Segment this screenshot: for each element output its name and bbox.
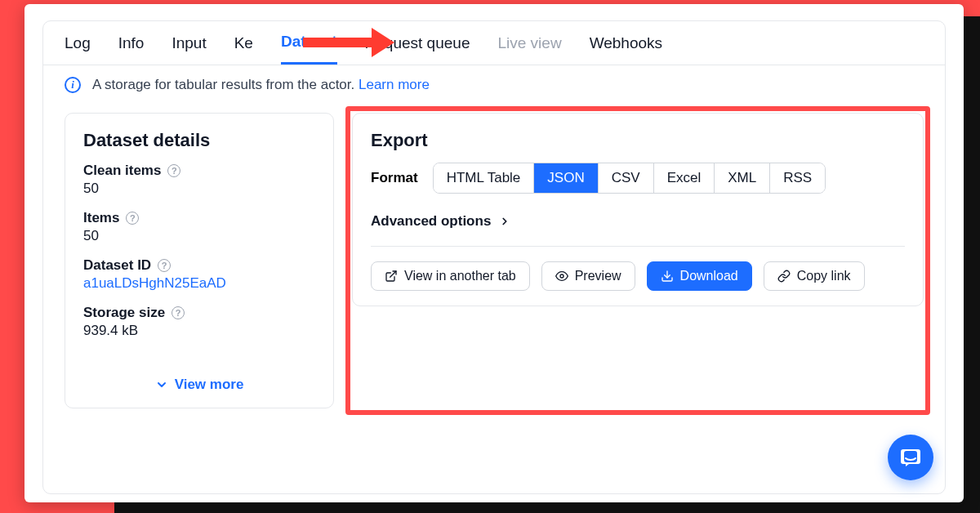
tab-dataset[interactable]: Dataset xyxy=(281,33,337,65)
dataset-details-title: Dataset details xyxy=(83,130,315,151)
format-excel[interactable]: Excel xyxy=(654,163,715,193)
run-tabs: Log Info Input Ke Dataset Request queue … xyxy=(43,21,945,65)
advanced-options-label: Advanced options xyxy=(371,213,491,230)
info-icon: i xyxy=(65,77,81,93)
view-in-another-tab-label: View in another tab xyxy=(404,269,516,283)
download-button[interactable]: Download xyxy=(647,261,752,291)
download-icon xyxy=(661,270,674,283)
dataset-details-card: Dataset details Clean items ? 50 Items ?… xyxy=(65,113,334,408)
help-icon[interactable]: ? xyxy=(158,259,171,272)
view-more-label: View more xyxy=(175,377,244,393)
chat-icon xyxy=(899,446,922,469)
tab-key-value-store[interactable]: Ke xyxy=(234,34,253,64)
storage-size-label: Storage size xyxy=(83,305,165,321)
chevron-right-icon xyxy=(499,216,510,227)
tab-webhooks[interactable]: Webhooks xyxy=(590,34,662,64)
advanced-options-toggle[interactable]: Advanced options xyxy=(371,213,905,247)
copy-link-label: Copy link xyxy=(797,269,851,283)
format-label: Format xyxy=(371,170,418,186)
learn-more-link[interactable]: Learn more xyxy=(359,77,430,92)
chevron-down-icon xyxy=(155,378,168,391)
items-label: Items xyxy=(83,210,119,226)
external-link-icon xyxy=(385,270,398,283)
help-icon[interactable]: ? xyxy=(172,306,185,319)
format-rss[interactable]: RSS xyxy=(770,163,825,193)
format-csv[interactable]: CSV xyxy=(599,163,654,193)
format-html-table[interactable]: HTML Table xyxy=(434,163,535,193)
export-card: Export Format HTML Table JSON CSV Excel … xyxy=(352,113,924,306)
format-segmented-control: HTML Table JSON CSV Excel XML RSS xyxy=(433,163,826,194)
tab-input[interactable]: Input xyxy=(172,34,206,64)
dataset-info-bar: i A storage for tabular results from the… xyxy=(43,65,945,105)
tab-log[interactable]: Log xyxy=(65,34,91,64)
storage-size-value: 939.4 kB xyxy=(83,323,315,339)
items-value: 50 xyxy=(83,228,315,244)
view-more-button[interactable]: View more xyxy=(83,377,315,393)
format-json[interactable]: JSON xyxy=(534,163,598,193)
intercom-chat-button[interactable] xyxy=(888,435,933,480)
svg-point-1 xyxy=(560,274,564,278)
tab-live-view[interactable]: Live view xyxy=(497,34,561,64)
help-icon[interactable]: ? xyxy=(167,164,180,177)
svg-line-0 xyxy=(390,271,396,277)
view-in-another-tab-button[interactable]: View in another tab xyxy=(371,261,530,291)
help-icon[interactable]: ? xyxy=(126,212,139,225)
info-text: A storage for tabular results from the a… xyxy=(92,77,354,92)
copy-link-button[interactable]: Copy link xyxy=(764,261,865,291)
clean-items-label: Clean items xyxy=(83,163,161,179)
tab-request-queue[interactable]: Request queue xyxy=(365,34,470,64)
clean-items-value: 50 xyxy=(83,181,315,197)
eye-icon xyxy=(555,270,568,283)
preview-button[interactable]: Preview xyxy=(541,261,635,291)
export-title: Export xyxy=(371,130,905,151)
preview-label: Preview xyxy=(575,269,621,283)
link-icon xyxy=(777,270,791,283)
download-label: Download xyxy=(680,269,738,283)
dataset-id-label: Dataset ID xyxy=(83,257,151,274)
main-panel: Log Info Input Ke Dataset Request queue … xyxy=(42,20,946,494)
format-xml[interactable]: XML xyxy=(715,163,770,193)
tab-info[interactable]: Info xyxy=(118,34,145,64)
dataset-id-value[interactable]: a1uaLDsHghN25EaAD xyxy=(83,275,315,292)
app-window: Log Info Input Ke Dataset Request queue … xyxy=(24,4,964,502)
